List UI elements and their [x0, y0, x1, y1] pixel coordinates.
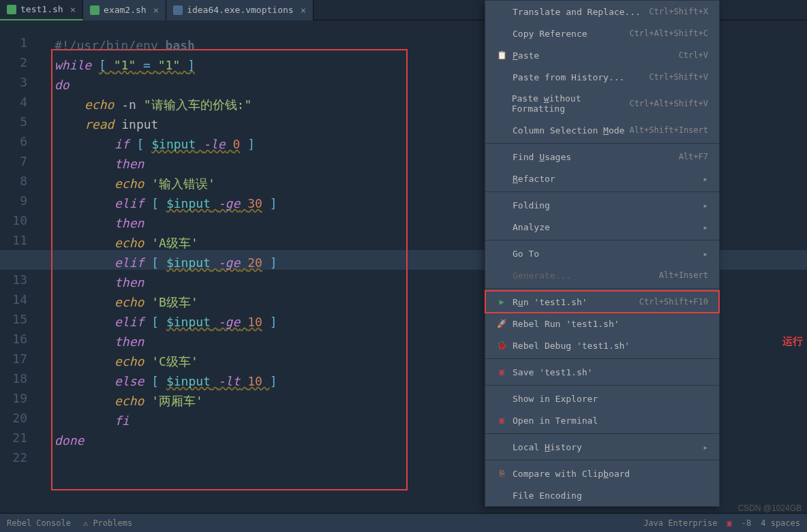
line-number[interactable]: 8: [0, 171, 27, 191]
db-icon[interactable]: ▣: [727, 518, 732, 528]
tab-label: test1.sh: [20, 4, 63, 14]
line-number[interactable]: 4: [0, 92, 27, 112]
tab-vmoptions[interactable]: idea64.exe.vmoptions ×: [166, 0, 314, 20]
line-number[interactable]: 7: [0, 151, 27, 171]
line-number[interactable]: 3: [0, 72, 27, 92]
chevron-right-icon: ▸: [703, 200, 708, 210]
tab-label: idea64.exe.vmoptions: [187, 5, 294, 15]
rebel-console-button[interactable]: Rebel Console: [7, 518, 71, 528]
bug-icon: 🐞: [496, 340, 507, 351]
indent-info[interactable]: 4 spaces: [761, 518, 800, 528]
menu-paste-no-format[interactable]: Paste without FormattingCtrl+Alt+Shift+V: [485, 88, 719, 119]
caret-position[interactable]: -8: [742, 518, 751, 528]
chevron-right-icon: ▸: [703, 249, 708, 259]
line-number[interactable]: 19: [0, 388, 27, 408]
close-icon[interactable]: ×: [301, 5, 306, 16]
file-icon: [173, 5, 183, 15]
shell-icon: [7, 5, 16, 14]
menu-paste-history[interactable]: Paste from History...Ctrl+Shift+V: [485, 66, 719, 88]
menu-column-selection[interactable]: Column Selection ModeAlt+Shift+Insert: [485, 119, 719, 141]
line-number[interactable]: 6: [0, 131, 27, 151]
menu-rebel-debug[interactable]: 🐞Rebel Debug 'test1.sh': [485, 334, 719, 356]
context-menu: Translate and Replace...Ctrl+Shift+X Cop…: [485, 0, 720, 507]
warning-icon: ⚠: [83, 518, 88, 528]
menu-refactor[interactable]: Refactor▸: [485, 168, 719, 189]
terminal-icon: ▣: [496, 415, 507, 426]
menu-folding[interactable]: Folding▸: [485, 194, 719, 216]
line-number[interactable]: 21: [0, 428, 27, 448]
menu-goto[interactable]: Go To▸: [485, 242, 719, 264]
menu-analyze[interactable]: Analyze▸: [485, 216, 719, 238]
line-number[interactable]: 10: [0, 210, 27, 230]
line-number[interactable]: 5: [0, 112, 27, 131]
rocket-icon: 🚀: [496, 318, 507, 329]
tab-test1[interactable]: test1.sh ×: [0, 0, 83, 20]
tab-label: exam2.sh: [104, 5, 147, 15]
line-number[interactable]: 18: [0, 369, 27, 388]
menu-open-terminal[interactable]: ▣Open in Terminal: [485, 409, 719, 431]
shell-icon: [90, 5, 100, 15]
menu-rebel-run[interactable]: 🚀Rebel Run 'test1.sh': [485, 313, 719, 334]
menu-copy-reference[interactable]: Copy ReferenceCtrl+Alt+Shift+C: [485, 22, 719, 44]
java-enterprise-button[interactable]: Java Enterprise: [643, 518, 717, 528]
problems-button[interactable]: ⚠ Problems: [83, 518, 132, 528]
menu-generate: Generate...Alt+Insert: [485, 264, 719, 286]
line-number[interactable]: 15: [0, 309, 27, 329]
menu-find-usages[interactable]: Find UsagesAlt+F7: [485, 146, 719, 168]
menu-run[interactable]: ▶Run 'test1.sh'Ctrl+Shift+F10: [485, 291, 719, 313]
line-number[interactable]: 13: [0, 270, 27, 290]
play-icon: ▶: [496, 296, 507, 307]
line-number[interactable]: 11: [0, 230, 27, 250]
clipboard-icon: 📋: [496, 50, 507, 61]
line-number[interactable]: 22: [0, 448, 27, 467]
menu-show-explorer[interactable]: Show in Explorer: [485, 388, 719, 409]
menu-file-encoding[interactable]: File Encoding: [485, 484, 719, 506]
line-number[interactable]: 1: [0, 33, 27, 52]
line-number[interactable]: 17: [0, 349, 27, 369]
line-number[interactable]: 20: [0, 408, 27, 428]
close-icon[interactable]: ×: [70, 4, 76, 15]
menu-save[interactable]: ▣Save 'test1.sh': [485, 361, 719, 383]
line-number[interactable]: 9: [0, 191, 27, 210]
status-bar: Rebel Console ⚠ Problems Java Enterprise…: [0, 513, 807, 532]
menu-translate[interactable]: Translate and Replace...Ctrl+Shift+X: [485, 1, 719, 22]
compare-icon: ⎘: [496, 468, 507, 479]
terminal-icon: ▣: [496, 366, 507, 377]
watermark: CSDN @1024GB: [737, 503, 802, 513]
menu-local-history[interactable]: Local History▸: [485, 436, 719, 458]
tab-exam2[interactable]: exam2.sh ×: [83, 0, 166, 20]
menu-compare-clipboard[interactable]: ⎘Compare with Clipboard: [485, 463, 719, 484]
menu-paste[interactable]: 📋PasteCtrl+V: [485, 44, 719, 66]
line-number[interactable]: 14: [0, 290, 27, 309]
line-number[interactable]: 16: [0, 329, 27, 349]
chevron-right-icon: ▸: [703, 174, 708, 184]
line-number[interactable]: 2: [0, 52, 27, 72]
chevron-right-icon: ▸: [703, 222, 708, 232]
close-icon[interactable]: ×: [153, 5, 159, 16]
chevron-right-icon: ▸: [703, 442, 708, 452]
